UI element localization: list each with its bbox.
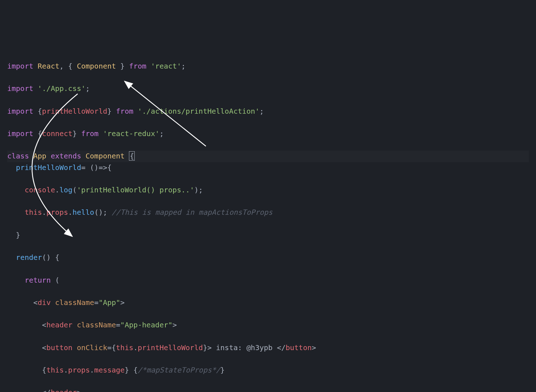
code-line: </header> [7, 387, 529, 392]
code-line: <button onClick={this.printHelloWorld}> … [7, 342, 529, 353]
code-line: import React, { Component } from 'react'… [7, 61, 529, 72]
code-line: render() { [7, 252, 529, 263]
code-line: import {connect} from 'react-redux'; [7, 128, 529, 139]
code-line: {this.props.message} {/*mapStateToProps*… [7, 365, 529, 376]
code-line: } [7, 230, 529, 241]
code-line: this.props.hello(); //This is mapped in … [7, 207, 529, 218]
code-line: return ( [7, 275, 529, 286]
code-line-active: class App extends Component { [7, 151, 529, 162]
cursor-bracket: { [129, 151, 135, 161]
code-line: <div className="App"> [7, 297, 529, 308]
code-editor[interactable]: import React, { Component } from 'react'… [7, 49, 529, 392]
code-line: console.log('printHelloWorld() props..')… [7, 184, 529, 196]
code-line: printHelloWorld= ()=>{ [7, 162, 529, 173]
code-line: import {printHelloWorld} from './actions… [7, 106, 529, 117]
code-line: import './App.css'; [7, 83, 529, 94]
code-line: <header className="App-header"> [7, 319, 529, 331]
